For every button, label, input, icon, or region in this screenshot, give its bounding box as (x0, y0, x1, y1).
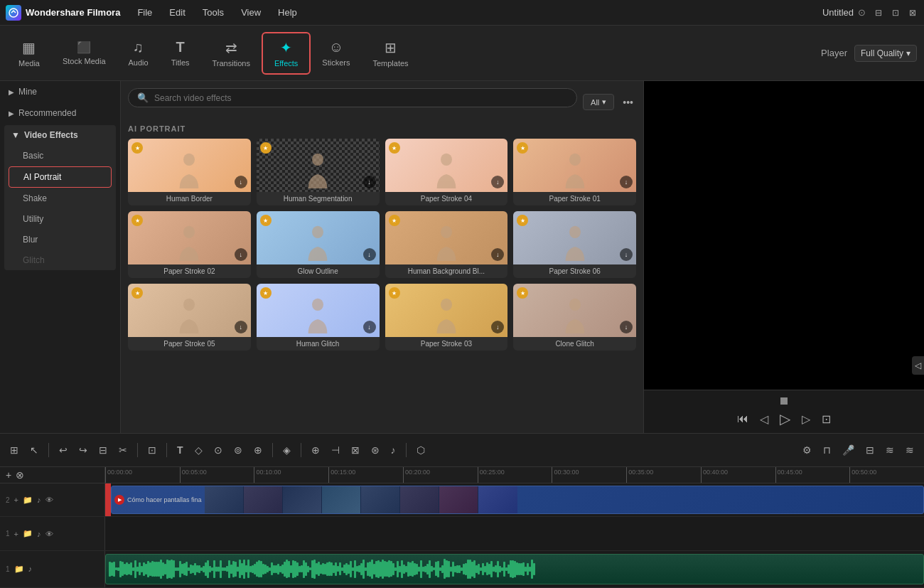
track-1-audio-icon[interactable]: ♪ (37, 530, 41, 538)
toolbar-media[interactable]: ▦ Media (7, 33, 51, 73)
menu-tools[interactable]: Tools (195, 4, 231, 21)
tool-mic[interactable]: 🎤 (838, 442, 859, 459)
add-track-btn[interactable]: + (6, 469, 11, 481)
effect-card-8[interactable]: ★ ↓ Paper Stroke 06 (513, 211, 636, 278)
play-btn[interactable]: ▷ (780, 410, 790, 427)
playhead-marker[interactable] (780, 397, 788, 405)
effect-card-4[interactable]: ★ ↓ Paper Stroke 01 (513, 139, 636, 205)
tool-extra1[interactable]: ⬡ (412, 442, 429, 459)
tool-select[interactable]: ⊞ (6, 442, 23, 459)
audio-track-audio-icon[interactable]: ♪ (28, 565, 33, 573)
menu-view[interactable]: View (234, 4, 268, 21)
effect-download-5[interactable]: ↓ (235, 248, 247, 261)
effect-download-2[interactable]: ↓ (363, 176, 376, 188)
menu-file[interactable]: File (130, 4, 159, 21)
effect-name-3: Paper Stroke 04 (385, 192, 508, 205)
win-minimize[interactable]: ⊟ (873, 7, 884, 18)
video-clip-2[interactable]: ▶ Cómo hacer pantallas fina (111, 486, 924, 514)
sidebar-item-glitch[interactable]: Glitch (9, 250, 112, 270)
tool-multicam[interactable]: ⊠ (347, 442, 364, 459)
effect-card-3[interactable]: ★ ↓ Paper Stroke 04 (385, 139, 508, 205)
effect-card-9[interactable]: ★ ↓ Paper Stroke 05 (128, 284, 251, 351)
menu-edit[interactable]: Edit (162, 4, 192, 21)
toolbar-titles[interactable]: T Titles (160, 33, 201, 73)
frame-forward-btn[interactable]: ▷ (802, 412, 810, 426)
toolbar-stock-media[interactable]: ⬛ Stock Media (51, 35, 117, 71)
effect-download-8[interactable]: ↓ (620, 248, 633, 261)
tool-pointer[interactable]: ↖ (26, 442, 43, 459)
tool-shield[interactable]: ⊓ (819, 442, 835, 459)
effect-card-1[interactable]: ★ ↓ Human Border (128, 139, 251, 205)
tool-audio2[interactable]: ♪ (387, 442, 400, 459)
effect-download-4[interactable]: ↓ (620, 176, 633, 188)
tool-settings[interactable]: ⚙ (798, 442, 816, 459)
track-2-folder-icon[interactable]: 📁 (23, 496, 33, 505)
effect-badge-11: ★ (389, 287, 400, 299)
fullscreen-btn[interactable]: ⊡ (822, 412, 831, 426)
toolbar-transitions[interactable]: ⇄ Transitions (201, 33, 262, 73)
search-input[interactable] (154, 93, 568, 103)
tool-delete[interactable]: ⊟ (95, 442, 112, 459)
tool-transform[interactable]: ⊕ (249, 442, 267, 459)
effect-card-6[interactable]: ★ ↓ Glow Outline (257, 211, 380, 278)
sidebar-category-recommended[interactable]: ▶ Recommended (0, 102, 120, 124)
tool-timer[interactable]: ⊚ (230, 442, 247, 459)
win-close[interactable]: ⊠ (907, 7, 918, 18)
tool-keyframe[interactable]: ◇ (190, 442, 207, 459)
tool-crop[interactable]: ⊡ (144, 442, 161, 459)
track-2-eye-icon[interactable]: 👁 (45, 496, 53, 504)
effect-download-12[interactable]: ↓ (620, 321, 633, 333)
tool-extra-right1[interactable]: ≋ (881, 442, 898, 459)
effect-download-7[interactable]: ↓ (491, 248, 504, 261)
effect-card-12[interactable]: ★ ↓ Clone Glitch (513, 284, 636, 351)
track-2-audio-icon[interactable]: ♪ (37, 496, 41, 504)
effect-download-10[interactable]: ↓ (363, 321, 376, 333)
effect-download-6[interactable]: ↓ (363, 248, 376, 261)
audio-track-folder-icon[interactable]: 📁 (14, 565, 24, 574)
toolbar-stickers[interactable]: ☺ Stickers (311, 33, 361, 73)
track-1-eye-icon[interactable]: 👁 (45, 530, 53, 538)
effect-card-11[interactable]: ★ ↓ Paper Stroke 03 (385, 284, 508, 351)
track-2-add-icon[interactable]: + (14, 496, 18, 504)
effect-download-11[interactable]: ↓ (491, 321, 504, 333)
track-1-folder-icon[interactable]: 📁 (23, 529, 33, 538)
effect-card-10[interactable]: ★ ↓ Human Glitch (257, 284, 380, 351)
filter-dropdown[interactable]: All ▾ (583, 94, 614, 110)
tool-panel[interactable]: ⊟ (861, 442, 879, 459)
effect-download-9[interactable]: ↓ (235, 321, 247, 333)
more-options-btn[interactable]: ••• (620, 94, 636, 111)
track-1-add-icon[interactable]: + (14, 530, 18, 538)
sidebar-item-blur[interactable]: Blur (9, 230, 112, 250)
sidebar-category-mine[interactable]: ▶ Mine (0, 81, 120, 102)
link-toggle-btn[interactable]: ⊗ (16, 469, 24, 481)
effect-download-3[interactable]: ↓ (491, 176, 504, 188)
effect-card-5[interactable]: ★ ↓ Paper Stroke 02 (128, 211, 251, 278)
tool-cut[interactable]: ✂ (114, 442, 131, 459)
tool-zoom-in[interactable]: ⊕ (307, 442, 324, 459)
tool-link[interactable]: ⊛ (367, 442, 384, 459)
tool-redo[interactable]: ↪ (75, 442, 92, 459)
tool-audio-mix[interactable]: ◈ (279, 442, 295, 459)
sidebar-item-ai-portrait[interactable]: AI Portrait (9, 166, 112, 188)
quality-dropdown[interactable]: Full Quality ▾ (854, 45, 917, 62)
toolbar-effects[interactable]: ✦ Effects (262, 32, 311, 75)
toolbar-templates[interactable]: ⊞ Templates (361, 33, 419, 73)
sidebar-video-effects-header[interactable]: ▼ Video Effects (4, 125, 116, 145)
effect-card-7[interactable]: ★ ↓ Human Background Bl... (385, 211, 508, 278)
tool-extra-right2[interactable]: ≋ (901, 442, 918, 459)
tool-color[interactable]: ⊙ (210, 442, 227, 459)
sidebar-item-basic[interactable]: Basic (9, 146, 112, 166)
toolbar-audio[interactable]: ♫ Audio (117, 33, 160, 73)
tool-split[interactable]: ⊣ (327, 442, 344, 459)
sidebar-item-utility[interactable]: Utility (9, 209, 112, 229)
menu-help[interactable]: Help (271, 4, 304, 21)
win-maximize[interactable]: ⊡ (890, 7, 901, 18)
step-back-btn[interactable]: ⏮ (737, 412, 748, 425)
effect-card-2[interactable]: ★ ↓ Human Segmentation (257, 139, 380, 205)
effect-download-1[interactable]: ↓ (235, 176, 247, 188)
tool-undo[interactable]: ↩ (55, 442, 72, 459)
sidebar-item-shake[interactable]: Shake (9, 188, 112, 208)
audio-clip[interactable] (105, 554, 924, 584)
frame-back-btn[interactable]: ◁ (760, 412, 768, 426)
tool-text[interactable]: T (173, 442, 188, 459)
